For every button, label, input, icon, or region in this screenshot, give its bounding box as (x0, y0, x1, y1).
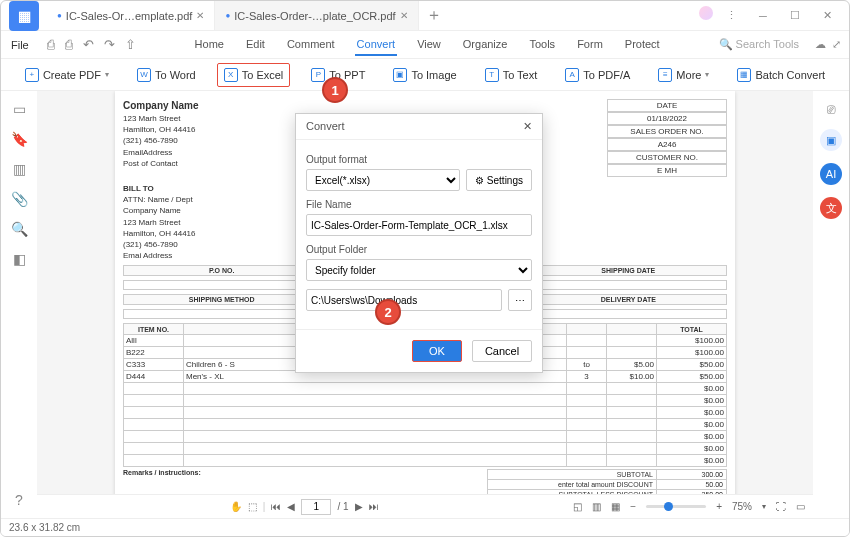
translate-icon[interactable]: 文 (820, 197, 842, 219)
excel-icon: X (224, 68, 238, 82)
thumbnail-icon[interactable]: ▥ (13, 161, 26, 177)
text-icon: T (485, 68, 499, 82)
tab-view[interactable]: View (415, 34, 443, 56)
bookmark-icon[interactable]: 🔖 (11, 131, 28, 147)
more-icon: ≡ (658, 68, 672, 82)
tab-protect[interactable]: Protect (623, 34, 662, 56)
minimize-button[interactable]: ─ (749, 6, 777, 26)
view-icon[interactable]: ▦ (611, 501, 620, 512)
ai-icon[interactable]: AI (820, 163, 842, 185)
create-pdf-button[interactable]: +Create PDF▾ (18, 63, 116, 87)
search-tools[interactable]: 🔍 Search Tools (711, 38, 807, 51)
help-icon[interactable]: ? (15, 492, 23, 508)
close-icon[interactable]: ✕ (400, 10, 408, 21)
to-image-button[interactable]: ▣To Image (386, 63, 463, 87)
close-icon[interactable]: ✕ (523, 120, 532, 133)
output-format-label: Output format (306, 154, 532, 165)
chevron-down-icon: ▾ (705, 70, 709, 79)
adjust-icon[interactable]: ⎚ (827, 101, 835, 117)
last-page-icon[interactable]: ⏭ (369, 501, 379, 512)
to-pdfa-button[interactable]: ATo PDF/A (558, 63, 637, 87)
output-folder-label: Output Folder (306, 244, 532, 255)
zoom-out-icon[interactable]: − (630, 501, 636, 512)
expand-icon[interactable]: ⤢ (832, 38, 841, 51)
document-tab[interactable]: ● IC-Sales-Order-…plate_OCR.pdf ✕ (215, 1, 418, 30)
close-button[interactable]: ✕ (813, 6, 841, 26)
chevron-down-icon: ▾ (105, 70, 109, 79)
folder-path-input[interactable] (306, 289, 502, 311)
to-word-button[interactable]: WTo Word (130, 63, 203, 87)
ppt-icon: P (311, 68, 325, 82)
tab-organize[interactable]: Organize (461, 34, 510, 56)
chevron-down-icon[interactable]: ▾ (762, 502, 766, 511)
layers-icon[interactable]: ◧ (13, 251, 26, 267)
tab-label: IC-Sales-Or…emplate.pdf (66, 10, 193, 22)
page-icon[interactable]: ▭ (13, 101, 26, 117)
prev-page-icon[interactable]: ◀ (287, 501, 295, 512)
undo-icon[interactable]: ↶ (83, 37, 94, 52)
filename-label: File Name (306, 199, 532, 210)
tool-icon[interactable]: ▣ (820, 129, 842, 151)
tab-convert[interactable]: Convert (355, 34, 398, 56)
search-icon[interactable]: 🔍 (11, 221, 28, 237)
more-button[interactable]: ≡More▾ (651, 63, 716, 87)
document-tab[interactable]: ● IC-Sales-Or…emplate.pdf ✕ (47, 1, 215, 30)
redo-icon[interactable]: ↷ (104, 37, 115, 52)
share-icon[interactable]: ⇧ (125, 37, 136, 52)
image-icon: ▣ (393, 68, 407, 82)
tab-label: IC-Sales-Order-…plate_OCR.pdf (234, 10, 395, 22)
tab-tools[interactable]: Tools (527, 34, 557, 56)
output-format-select[interactable]: Excel(*.xlsx) (306, 169, 460, 191)
plus-icon: + (25, 68, 39, 82)
hand-icon[interactable]: ✋ (230, 501, 242, 512)
browse-button[interactable]: ⋯ (508, 289, 532, 311)
first-page-icon[interactable]: ⏮ (271, 501, 281, 512)
app-logo: ▦ (9, 1, 39, 31)
company-name: Company Name (123, 99, 199, 113)
dialog-title: Convert (306, 120, 345, 133)
zoom-in-icon[interactable]: + (716, 501, 722, 512)
tab-form[interactable]: Form (575, 34, 605, 56)
annotation-badge: 1 (322, 77, 348, 103)
layout-icon[interactable]: ▥ (592, 501, 601, 512)
annotation-badge: 2 (375, 299, 401, 325)
gear-icon: ⚙ (475, 175, 484, 186)
select-icon[interactable]: ⬚ (248, 501, 257, 512)
fit-icon[interactable]: ◱ (573, 501, 582, 512)
to-text-button[interactable]: TTo Text (478, 63, 545, 87)
convert-dialog: Convert ✕ Output format Excel(*.xlsx) ⚙S… (295, 113, 543, 373)
new-tab-button[interactable]: ＋ (419, 1, 449, 30)
close-icon[interactable]: ✕ (196, 10, 204, 21)
batch-convert-button[interactable]: ▦Batch Convert (730, 63, 832, 87)
maximize-button[interactable]: ☐ (781, 6, 809, 26)
pdf-icon: ● (225, 11, 230, 20)
more-icon[interactable]: ⋮ (717, 6, 745, 26)
pdf-icon: ● (57, 11, 62, 20)
filename-input[interactable] (306, 214, 532, 236)
ok-button[interactable]: OK (412, 340, 462, 362)
fullscreen-icon[interactable]: ⛶ (776, 501, 786, 512)
read-icon[interactable]: ▭ (796, 501, 805, 512)
output-folder-select[interactable]: Specify folder (306, 259, 532, 281)
attachment-icon[interactable]: 📎 (11, 191, 28, 207)
word-icon: W (137, 68, 151, 82)
tab-home[interactable]: Home (193, 34, 226, 56)
user-avatar-icon[interactable] (699, 6, 713, 20)
page-input[interactable] (301, 499, 331, 515)
print-icon[interactable]: ⎙ (65, 37, 73, 52)
tab-comment[interactable]: Comment (285, 34, 337, 56)
next-page-icon[interactable]: ▶ (355, 501, 363, 512)
zoom-slider[interactable] (646, 505, 706, 508)
file-menu[interactable]: File (1, 39, 39, 51)
cloud-icon[interactable]: ☁ (815, 38, 826, 51)
batch-icon: ▦ (737, 68, 751, 82)
page-dimensions: 23.6 x 31.82 cm (9, 522, 80, 533)
tab-edit[interactable]: Edit (244, 34, 267, 56)
to-excel-button[interactable]: XTo Excel (217, 63, 291, 87)
save-icon[interactable]: ⎙ (47, 37, 55, 52)
zoom-value: 75% (732, 501, 752, 512)
settings-button[interactable]: ⚙Settings (466, 169, 532, 191)
cancel-button[interactable]: Cancel (472, 340, 532, 362)
pdfa-icon: A (565, 68, 579, 82)
